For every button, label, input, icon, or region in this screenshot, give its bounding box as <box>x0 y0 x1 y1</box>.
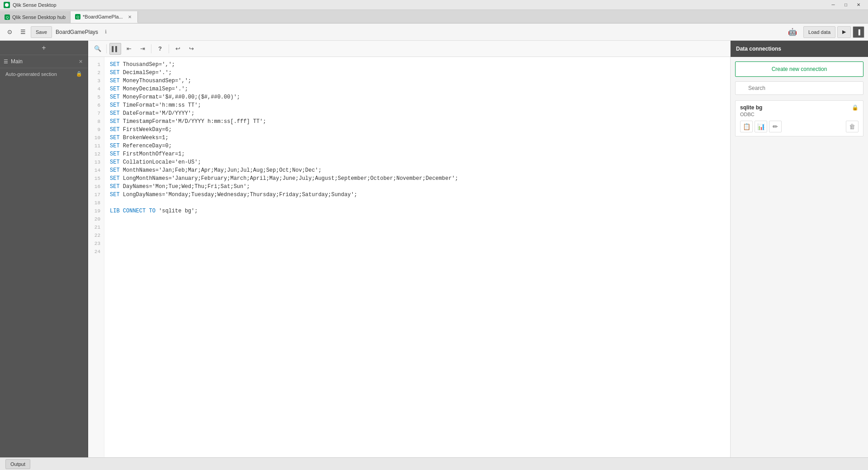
app-toolbar: ⊙ ☰ Save BoardGamePlays ℹ 🤖 Load data ▶ … <box>0 24 868 41</box>
toolbar-sep-1 <box>106 44 107 53</box>
save-button[interactable]: Save <box>31 26 52 38</box>
indent-decrease-button[interactable]: ⇤ <box>123 43 135 55</box>
panel-body: Create new connection 🔍 sqlite bg 🔒 ODBC… <box>731 57 868 457</box>
delete-connection-button[interactable]: 🗑 <box>846 121 859 132</box>
panel-title: Data connections <box>736 46 781 52</box>
section-label: Main <box>11 58 77 65</box>
conn-actions: 📋 📊 ✏ 🗑 <box>740 121 859 132</box>
load-data-area: 🤖 Load data ▶ ▐ <box>783 26 864 38</box>
main-layout: + ☰ Main ✕ Auto-generated section 🔒 🔍 ▌▌… <box>0 41 868 457</box>
data-manager-button[interactable]: 📊 <box>755 121 767 132</box>
editor-area: 🔍 ▌▌ ⇤ ⇥ ? ↩ ↪ 1234567891011121314151617… <box>88 41 730 457</box>
load-data-button[interactable]: Load data <box>803 26 835 38</box>
window-controls[interactable]: ─ □ ✕ <box>827 1 864 9</box>
connection-item-sqlite: sqlite bg 🔒 ODBC 📋 📊 ✏ 🗑 <box>735 100 863 136</box>
edit-connection-button[interactable]: ✏ <box>769 121 782 132</box>
app-info-button[interactable]: ℹ <box>100 26 112 38</box>
tab-editor-icon: Q <box>75 14 80 19</box>
toolbar-sep-3 <box>169 44 169 53</box>
conn-name: sqlite bg <box>740 104 762 111</box>
tab-hub-icon: Q <box>5 14 10 20</box>
minimize-button[interactable]: ─ <box>827 1 839 9</box>
select-data-button[interactable]: 📋 <box>740 121 753 132</box>
ai-button[interactable]: 🤖 <box>783 26 802 38</box>
output-button[interactable]: Output <box>5 459 30 469</box>
panel-header: Data connections <box>731 41 868 57</box>
help-button[interactable]: ? <box>154 43 166 55</box>
section-close-button[interactable]: ✕ <box>77 58 84 65</box>
tab-hub-label: Qlik Sense Desktop hub <box>12 14 66 20</box>
tab-bar: Q Qlik Sense Desktop hub Q *BoardGamePla… <box>0 10 868 24</box>
sidebar: + ☰ Main ✕ Auto-generated section 🔒 <box>0 41 88 457</box>
tab-editor[interactable]: Q *BoardGamePla... ✕ <box>71 11 138 23</box>
conn-type: ODBC <box>740 112 859 117</box>
app-icon <box>4 2 10 8</box>
output-bar: Output <box>0 457 868 470</box>
tab-editor-close[interactable]: ✕ <box>127 14 133 20</box>
app-name: BoardGamePlays <box>56 29 98 35</box>
editor-toolbar: 🔍 ▌▌ ⇤ ⇥ ? ↩ ↪ <box>88 41 730 57</box>
title-bar: Qlik Sense Desktop ─ □ ✕ <box>0 0 868 10</box>
tab-hub[interactable]: Q Qlik Sense Desktop hub <box>0 11 71 23</box>
code-editor[interactable]: SET ThousandSep=',';SET DecimalSep='.';S… <box>104 57 730 457</box>
create-connection-button[interactable]: Create new connection <box>735 61 863 77</box>
window-title: Qlik Sense Desktop <box>13 2 57 8</box>
hub-back-button[interactable]: ⊙ <box>4 26 15 38</box>
add-section-button[interactable]: + <box>0 41 88 55</box>
right-panel: Data connections Create new connection 🔍… <box>730 41 868 457</box>
sidebar-section-main: ☰ Main ✕ <box>0 55 88 68</box>
conn-header: sqlite bg 🔒 <box>740 104 859 111</box>
auto-section-lock-icon: 🔒 <box>76 71 82 77</box>
tab-editor-label: *BoardGamePla... <box>83 14 123 19</box>
search-code-button[interactable]: 🔍 <box>92 43 104 55</box>
sections-button[interactable]: ☰ <box>17 26 29 38</box>
editor-content[interactable]: 123456789101112131415161718192021222324 … <box>88 57 730 457</box>
svg-point-0 <box>5 3 9 7</box>
search-wrapper: 🔍 <box>735 81 863 95</box>
hamburger-icon: ☰ <box>4 59 8 65</box>
panel-toggle-button[interactable]: ▐ <box>853 26 864 38</box>
conn-lock-icon: 🔒 <box>852 104 859 111</box>
undo-button[interactable]: ↩ <box>172 43 184 55</box>
maximize-button[interactable]: □ <box>840 1 852 9</box>
close-button[interactable]: ✕ <box>853 1 864 9</box>
toolbar-sep-2 <box>151 44 151 53</box>
line-numbers: 123456789101112131415161718192021222324 <box>88 57 104 457</box>
redo-button[interactable]: ↪ <box>185 43 197 55</box>
search-input[interactable] <box>735 81 863 95</box>
comment-button[interactable]: ▌▌ <box>109 43 121 55</box>
load-data-dropdown[interactable]: ▶ <box>837 26 851 38</box>
auto-generated-section-item[interactable]: Auto-generated section 🔒 <box>0 68 88 80</box>
auto-section-label: Auto-generated section <box>5 71 76 77</box>
add-icon: + <box>42 44 46 52</box>
indent-increase-button[interactable]: ⇥ <box>137 43 148 55</box>
